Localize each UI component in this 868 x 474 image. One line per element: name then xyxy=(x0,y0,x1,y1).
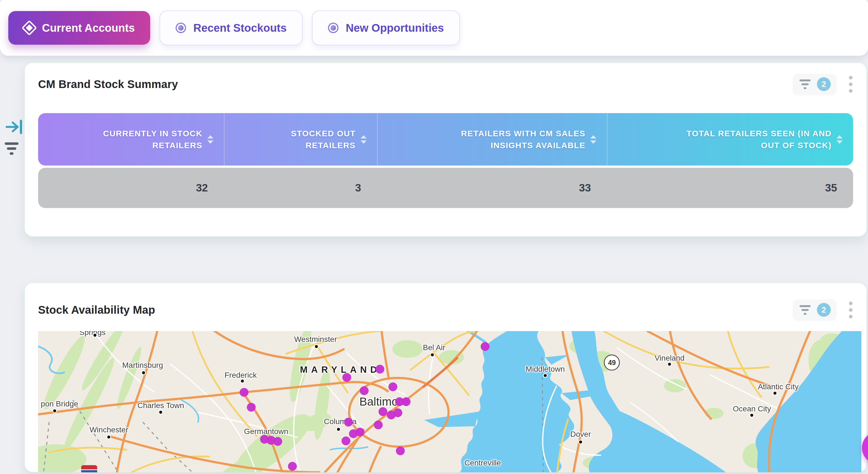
sort-icon[interactable] xyxy=(361,135,367,144)
stock-summary-card: CM Brand Stock Summary 2 CURRENTLY IN ST… xyxy=(24,62,867,237)
stock-location-marker[interactable] xyxy=(396,446,405,455)
table-cell-value: 35 xyxy=(607,182,853,194)
map-filter-count-badge: 2 xyxy=(817,303,831,317)
stock-location-marker[interactable] xyxy=(375,365,384,374)
funnel-icon xyxy=(799,305,811,315)
stock-location-marker[interactable] xyxy=(402,397,410,406)
stock-map-title: Stock Availability Map xyxy=(38,304,155,316)
stock-location-marker[interactable] xyxy=(344,418,353,427)
tab-bar: Current AccountsRecent StockoutsNew Oppo… xyxy=(0,0,868,56)
target-icon xyxy=(176,23,186,33)
target-icon xyxy=(328,23,339,33)
table-header-row: CURRENTLY IN STOCK RETAILERSSTOCKED OUT … xyxy=(38,113,853,166)
table-value-row: 3233335 xyxy=(38,168,853,208)
city-dot-winchester xyxy=(106,435,111,440)
city-dot-atlantic-city xyxy=(773,391,777,396)
sort-icon[interactable] xyxy=(207,135,213,144)
city-dot-martinsburg xyxy=(141,371,146,375)
collapse-panel-button[interactable] xyxy=(5,120,24,135)
table-cell-value: 32 xyxy=(38,182,224,194)
map-canvas[interactable]: 49 81 SpringsWestminsterBel AirMARYLANDF… xyxy=(38,331,861,472)
stock-location-marker[interactable] xyxy=(389,382,397,391)
stock-location-marker[interactable] xyxy=(342,437,350,445)
stock-location-marker[interactable] xyxy=(240,388,248,397)
city-dot-westminster xyxy=(314,344,319,349)
stock-location-marker[interactable] xyxy=(288,462,297,471)
funnel-icon xyxy=(799,79,811,89)
stock-location-marker[interactable] xyxy=(355,428,365,437)
table-cell-value: 3 xyxy=(224,182,377,194)
stock-summary-title: CM Brand Stock Summary xyxy=(38,78,178,91)
map-filter-chip[interactable]: 2 xyxy=(793,300,836,320)
sort-icon[interactable] xyxy=(590,135,596,144)
city-dot-springs xyxy=(92,333,97,338)
summary-filter-count-badge: 2 xyxy=(817,77,831,91)
city-dot-frederick xyxy=(240,379,245,383)
city-dot-ocean-city xyxy=(750,413,754,417)
arrow-to-bar-icon xyxy=(5,130,24,135)
tab-label: Recent Stockouts xyxy=(193,22,286,34)
city-dot-charles-town xyxy=(158,410,163,415)
city-dot-pon-bridge xyxy=(52,409,57,413)
tab-new-opportunities[interactable]: New Opportunities xyxy=(312,10,460,45)
column-header-total-retailers-seen-in-and-ou[interactable]: TOTAL RETAILERS SEEN (IN AND OUT OF STOC… xyxy=(607,113,853,166)
sort-icon[interactable] xyxy=(837,135,843,144)
column-header-retailers-with-cm-sales-insigh[interactable]: RETAILERS WITH CM SALES INSIGHTS AVAILAB… xyxy=(377,113,607,166)
stock-location-marker[interactable] xyxy=(360,386,369,395)
route-49-shield: 49 xyxy=(604,354,620,371)
filter-icon xyxy=(5,142,19,145)
stock-summary-table: CURRENTLY IN STOCK RETAILERSSTOCKED OUT … xyxy=(38,113,853,208)
stock-location-marker[interactable] xyxy=(342,373,351,382)
city-dot-columbia xyxy=(336,427,341,432)
column-header-currently-in-stock-retailers[interactable]: CURRENTLY IN STOCK RETAILERS xyxy=(38,113,224,166)
stock-location-marker[interactable] xyxy=(378,407,388,416)
stock-location-marker[interactable] xyxy=(480,342,490,351)
stock-location-marker[interactable] xyxy=(273,437,282,446)
summary-filter-chip[interactable]: 2 xyxy=(793,74,836,94)
tab-label: Current Accounts xyxy=(42,22,135,34)
city-dot-middletown xyxy=(543,373,548,378)
stock-map-card: Stock Availability Map 2 xyxy=(24,282,867,472)
stock-location-marker[interactable] xyxy=(247,403,256,412)
tab-recent-stockouts[interactable]: Recent Stockouts xyxy=(160,10,303,45)
city-dot-vineland xyxy=(667,362,672,367)
city-dot-dover xyxy=(579,440,583,444)
summary-kebab-menu-icon[interactable] xyxy=(847,74,854,94)
tab-label: New Opportunities xyxy=(346,22,444,34)
tab-current-accounts[interactable]: Current Accounts xyxy=(8,11,150,45)
interstate-81-shield: 81 xyxy=(81,465,97,472)
stock-location-marker[interactable] xyxy=(394,408,402,417)
column-header-stocked-out-retailers[interactable]: STOCKED OUT RETAILERS xyxy=(224,113,377,166)
city-dot-bel-air xyxy=(430,352,435,357)
table-cell-value: 33 xyxy=(377,182,607,194)
sidebar-filter-button[interactable] xyxy=(3,142,21,155)
diamond-icon xyxy=(22,20,37,36)
stock-location-marker[interactable] xyxy=(374,420,383,429)
map-kebab-menu-icon[interactable] xyxy=(847,300,854,320)
map-base-layer xyxy=(38,331,861,472)
